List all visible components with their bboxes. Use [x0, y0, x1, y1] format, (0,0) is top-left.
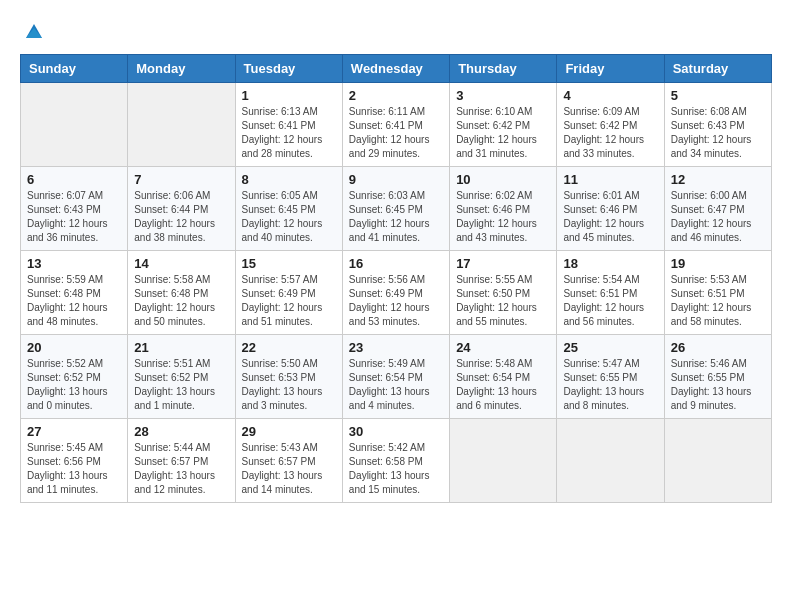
calendar-cell: 19Sunrise: 5:53 AM Sunset: 6:51 PM Dayli…: [664, 251, 771, 335]
calendar-cell: [664, 419, 771, 503]
calendar-cell: 28Sunrise: 5:44 AM Sunset: 6:57 PM Dayli…: [128, 419, 235, 503]
calendar-cell: 7Sunrise: 6:06 AM Sunset: 6:44 PM Daylig…: [128, 167, 235, 251]
calendar-cell: 13Sunrise: 5:59 AM Sunset: 6:48 PM Dayli…: [21, 251, 128, 335]
calendar-cell: 24Sunrise: 5:48 AM Sunset: 6:54 PM Dayli…: [450, 335, 557, 419]
calendar-cell: 25Sunrise: 5:47 AM Sunset: 6:55 PM Dayli…: [557, 335, 664, 419]
day-number: 7: [134, 172, 228, 187]
weekday-header-row: SundayMondayTuesdayWednesdayThursdayFrid…: [21, 55, 772, 83]
day-number: 1: [242, 88, 336, 103]
weekday-header-saturday: Saturday: [664, 55, 771, 83]
page-header: [20, 20, 772, 44]
weekday-header-thursday: Thursday: [450, 55, 557, 83]
day-info: Sunrise: 5:48 AM Sunset: 6:54 PM Dayligh…: [456, 357, 550, 413]
day-number: 24: [456, 340, 550, 355]
week-row-4: 20Sunrise: 5:52 AM Sunset: 6:52 PM Dayli…: [21, 335, 772, 419]
day-info: Sunrise: 5:52 AM Sunset: 6:52 PM Dayligh…: [27, 357, 121, 413]
day-number: 4: [563, 88, 657, 103]
calendar-cell: [450, 419, 557, 503]
day-number: 13: [27, 256, 121, 271]
calendar-cell: [128, 83, 235, 167]
day-info: Sunrise: 5:47 AM Sunset: 6:55 PM Dayligh…: [563, 357, 657, 413]
calendar-table: SundayMondayTuesdayWednesdayThursdayFrid…: [20, 54, 772, 503]
day-number: 20: [27, 340, 121, 355]
day-number: 15: [242, 256, 336, 271]
weekday-header-tuesday: Tuesday: [235, 55, 342, 83]
day-info: Sunrise: 5:57 AM Sunset: 6:49 PM Dayligh…: [242, 273, 336, 329]
day-info: Sunrise: 6:10 AM Sunset: 6:42 PM Dayligh…: [456, 105, 550, 161]
day-number: 6: [27, 172, 121, 187]
day-info: Sunrise: 6:02 AM Sunset: 6:46 PM Dayligh…: [456, 189, 550, 245]
day-info: Sunrise: 5:58 AM Sunset: 6:48 PM Dayligh…: [134, 273, 228, 329]
day-number: 17: [456, 256, 550, 271]
calendar-cell: 20Sunrise: 5:52 AM Sunset: 6:52 PM Dayli…: [21, 335, 128, 419]
calendar-cell: 1Sunrise: 6:13 AM Sunset: 6:41 PM Daylig…: [235, 83, 342, 167]
calendar-cell: 8Sunrise: 6:05 AM Sunset: 6:45 PM Daylig…: [235, 167, 342, 251]
day-number: 22: [242, 340, 336, 355]
weekday-header-wednesday: Wednesday: [342, 55, 449, 83]
calendar-cell: 12Sunrise: 6:00 AM Sunset: 6:47 PM Dayli…: [664, 167, 771, 251]
day-info: Sunrise: 5:46 AM Sunset: 6:55 PM Dayligh…: [671, 357, 765, 413]
day-number: 10: [456, 172, 550, 187]
logo: [20, 20, 46, 44]
calendar-cell: 21Sunrise: 5:51 AM Sunset: 6:52 PM Dayli…: [128, 335, 235, 419]
day-info: Sunrise: 6:08 AM Sunset: 6:43 PM Dayligh…: [671, 105, 765, 161]
calendar-cell: 6Sunrise: 6:07 AM Sunset: 6:43 PM Daylig…: [21, 167, 128, 251]
calendar-cell: [21, 83, 128, 167]
weekday-header-monday: Monday: [128, 55, 235, 83]
day-info: Sunrise: 6:13 AM Sunset: 6:41 PM Dayligh…: [242, 105, 336, 161]
calendar-cell: [557, 419, 664, 503]
day-info: Sunrise: 6:05 AM Sunset: 6:45 PM Dayligh…: [242, 189, 336, 245]
day-number: 14: [134, 256, 228, 271]
day-number: 16: [349, 256, 443, 271]
calendar-cell: 18Sunrise: 5:54 AM Sunset: 6:51 PM Dayli…: [557, 251, 664, 335]
day-info: Sunrise: 6:01 AM Sunset: 6:46 PM Dayligh…: [563, 189, 657, 245]
day-info: Sunrise: 6:07 AM Sunset: 6:43 PM Dayligh…: [27, 189, 121, 245]
calendar-cell: 4Sunrise: 6:09 AM Sunset: 6:42 PM Daylig…: [557, 83, 664, 167]
day-number: 26: [671, 340, 765, 355]
day-info: Sunrise: 5:49 AM Sunset: 6:54 PM Dayligh…: [349, 357, 443, 413]
calendar-cell: 14Sunrise: 5:58 AM Sunset: 6:48 PM Dayli…: [128, 251, 235, 335]
day-info: Sunrise: 5:44 AM Sunset: 6:57 PM Dayligh…: [134, 441, 228, 497]
day-info: Sunrise: 5:53 AM Sunset: 6:51 PM Dayligh…: [671, 273, 765, 329]
day-number: 30: [349, 424, 443, 439]
calendar-cell: 2Sunrise: 6:11 AM Sunset: 6:41 PM Daylig…: [342, 83, 449, 167]
weekday-header-friday: Friday: [557, 55, 664, 83]
day-number: 25: [563, 340, 657, 355]
day-info: Sunrise: 5:54 AM Sunset: 6:51 PM Dayligh…: [563, 273, 657, 329]
day-info: Sunrise: 6:03 AM Sunset: 6:45 PM Dayligh…: [349, 189, 443, 245]
day-number: 27: [27, 424, 121, 439]
day-number: 2: [349, 88, 443, 103]
day-number: 29: [242, 424, 336, 439]
day-info: Sunrise: 5:51 AM Sunset: 6:52 PM Dayligh…: [134, 357, 228, 413]
day-number: 3: [456, 88, 550, 103]
week-row-5: 27Sunrise: 5:45 AM Sunset: 6:56 PM Dayli…: [21, 419, 772, 503]
calendar-cell: 27Sunrise: 5:45 AM Sunset: 6:56 PM Dayli…: [21, 419, 128, 503]
day-info: Sunrise: 6:06 AM Sunset: 6:44 PM Dayligh…: [134, 189, 228, 245]
calendar-cell: 9Sunrise: 6:03 AM Sunset: 6:45 PM Daylig…: [342, 167, 449, 251]
calendar-cell: 10Sunrise: 6:02 AM Sunset: 6:46 PM Dayli…: [450, 167, 557, 251]
day-number: 12: [671, 172, 765, 187]
day-number: 18: [563, 256, 657, 271]
day-info: Sunrise: 5:50 AM Sunset: 6:53 PM Dayligh…: [242, 357, 336, 413]
week-row-3: 13Sunrise: 5:59 AM Sunset: 6:48 PM Dayli…: [21, 251, 772, 335]
calendar-cell: 29Sunrise: 5:43 AM Sunset: 6:57 PM Dayli…: [235, 419, 342, 503]
day-info: Sunrise: 5:43 AM Sunset: 6:57 PM Dayligh…: [242, 441, 336, 497]
logo-icon: [22, 20, 46, 44]
day-number: 21: [134, 340, 228, 355]
week-row-1: 1Sunrise: 6:13 AM Sunset: 6:41 PM Daylig…: [21, 83, 772, 167]
calendar-cell: 23Sunrise: 5:49 AM Sunset: 6:54 PM Dayli…: [342, 335, 449, 419]
day-number: 11: [563, 172, 657, 187]
weekday-header-sunday: Sunday: [21, 55, 128, 83]
calendar-cell: 15Sunrise: 5:57 AM Sunset: 6:49 PM Dayli…: [235, 251, 342, 335]
day-info: Sunrise: 5:55 AM Sunset: 6:50 PM Dayligh…: [456, 273, 550, 329]
day-info: Sunrise: 6:00 AM Sunset: 6:47 PM Dayligh…: [671, 189, 765, 245]
day-info: Sunrise: 5:56 AM Sunset: 6:49 PM Dayligh…: [349, 273, 443, 329]
day-number: 28: [134, 424, 228, 439]
calendar-cell: 16Sunrise: 5:56 AM Sunset: 6:49 PM Dayli…: [342, 251, 449, 335]
day-info: Sunrise: 6:09 AM Sunset: 6:42 PM Dayligh…: [563, 105, 657, 161]
calendar-cell: 30Sunrise: 5:42 AM Sunset: 6:58 PM Dayli…: [342, 419, 449, 503]
calendar-cell: 5Sunrise: 6:08 AM Sunset: 6:43 PM Daylig…: [664, 83, 771, 167]
day-number: 9: [349, 172, 443, 187]
day-number: 19: [671, 256, 765, 271]
day-number: 23: [349, 340, 443, 355]
